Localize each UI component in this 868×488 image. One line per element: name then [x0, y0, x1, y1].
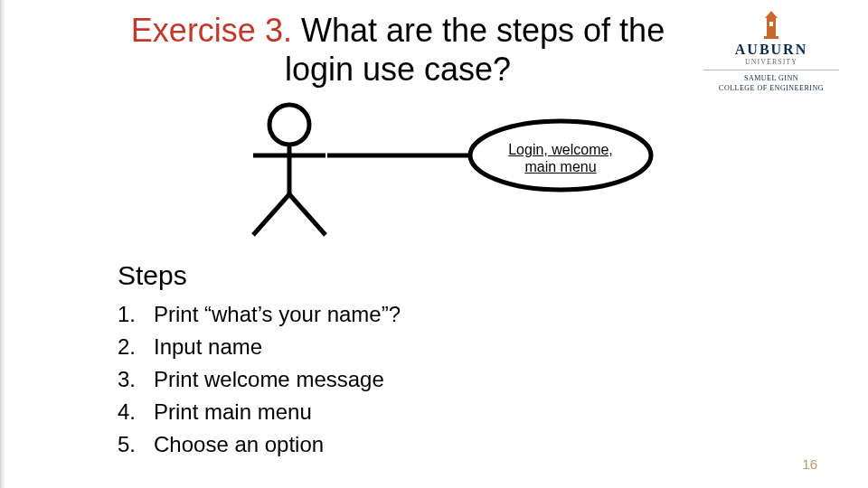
step-text: Print main menu: [154, 396, 312, 428]
usecase-line2: main menu: [524, 159, 596, 174]
step-text: Choose an option: [154, 428, 324, 461]
auburn-logo: AUBURN UNIVERSITY SAMUEL GINN COLLEGE OF…: [694, 9, 848, 92]
slide-title: Exercise 3. What are the steps of the lo…: [108, 11, 687, 89]
step-number: 5.: [118, 428, 154, 461]
usecase-diagram: Login, welcome, main menu: [226, 99, 678, 244]
svg-marker-1: [765, 11, 778, 18]
title-accent: Exercise 3.: [131, 12, 292, 49]
svg-rect-3: [764, 36, 778, 39]
step-number: 3.: [118, 363, 154, 396]
auburn-sub3: COLLEGE OF ENGINEERING: [694, 84, 848, 92]
auburn-tower-icon: [760, 9, 783, 40]
steps-heading: Steps: [118, 260, 187, 291]
slide-number: 16: [802, 456, 817, 472]
svg-line-8: [289, 194, 326, 235]
actor-icon: [253, 105, 326, 235]
auburn-wordmark: AUBURN: [694, 42, 848, 58]
svg-rect-0: [767, 18, 776, 38]
step-text: Print “what’s your name”?: [154, 298, 401, 331]
title-rest: What are the steps of the login use case…: [285, 12, 665, 88]
slide-left-edge: [0, 0, 5, 488]
step-number: 2.: [118, 331, 154, 363]
auburn-sub2: SAMUEL GINN: [694, 74, 848, 82]
auburn-sub1: UNIVERSITY: [694, 58, 848, 66]
usecase-line1: Login, welcome,: [508, 142, 613, 157]
list-item: 4.Print main menu: [118, 396, 401, 428]
step-number: 1.: [118, 298, 154, 331]
usecase-label: Login, welcome, main menu: [497, 141, 624, 175]
list-item: 5.Choose an option: [118, 428, 401, 461]
list-item: 1.Print “what’s your name”?: [118, 298, 401, 331]
step-text: Print welcome message: [154, 363, 384, 396]
step-text: Input name: [154, 331, 262, 363]
list-item: 2.Input name: [118, 331, 401, 363]
logo-divider: [703, 70, 839, 70]
svg-line-7: [253, 194, 289, 235]
svg-rect-2: [769, 22, 773, 26]
step-number: 4.: [118, 396, 154, 428]
list-item: 3.Print welcome message: [118, 363, 401, 396]
svg-point-4: [269, 105, 309, 145]
steps-list: 1.Print “what’s your name”? 2.Input name…: [118, 298, 401, 461]
